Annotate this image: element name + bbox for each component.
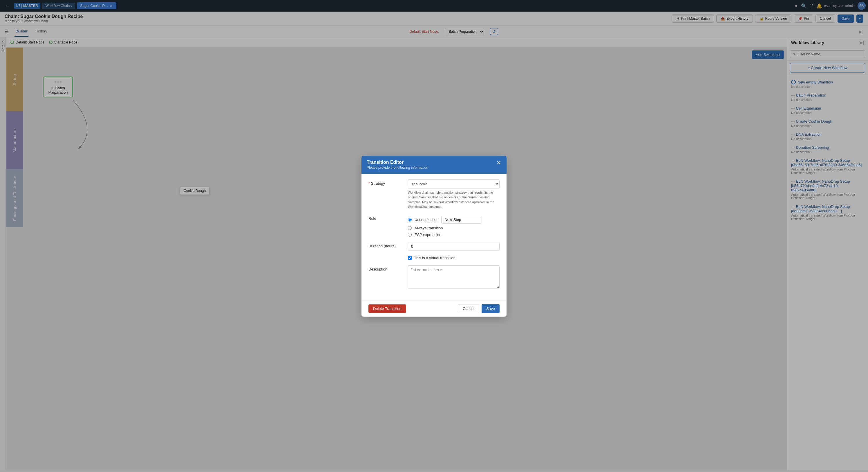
delete-transition-button[interactable]: Delete Transition: [368, 304, 406, 313]
strategy-row: * Strategy resubmit Workflow chain sampl…: [368, 179, 500, 209]
strategy-field: resubmit Workflow chain sample transitio…: [408, 179, 500, 209]
modal-title: Transition Editor: [367, 160, 428, 165]
modal-footer: Delete Transition Cancel Save: [362, 300, 506, 316]
description-row: Description: [368, 265, 500, 289]
rule-always-transition-label: Always transition: [414, 226, 443, 230]
rule-always-transition-row: Always transition: [408, 226, 500, 230]
rule-label: Rule: [368, 214, 403, 221]
modal-cancel-button[interactable]: Cancel: [458, 304, 479, 313]
rule-user-selection-row: User selection: [408, 216, 500, 224]
modal-footer-right: Cancel Save: [458, 304, 500, 313]
rule-esp-expression-label: ESP expression: [414, 233, 441, 237]
rule-user-selection-label: User selection: [414, 217, 438, 222]
modal-save-button[interactable]: Save: [482, 304, 500, 313]
virtual-transition-row: This is a virtual transition: [408, 256, 500, 260]
strategy-label: * Strategy: [368, 179, 403, 186]
strategy-select[interactable]: resubmit: [408, 179, 500, 189]
description-textarea[interactable]: [408, 265, 500, 289]
rule-esp-expression-row: ESP expression: [408, 233, 500, 237]
rule-always-transition-radio[interactable]: [408, 226, 412, 230]
modal-subtitle: Please provide the following information: [367, 166, 428, 170]
strategy-description: Workflow chain sample transition strateg…: [408, 190, 500, 209]
duration-label: Duration (hours): [368, 242, 403, 248]
rule-field: User selection Always transition ESP exp…: [408, 214, 500, 237]
modal-overlay[interactable]: Transition Editor Please provide the fol…: [0, 0, 868, 472]
virtual-transition-checkbox[interactable]: [408, 256, 412, 260]
duration-field: [408, 242, 500, 250]
description-field: [408, 265, 500, 289]
modal-body: * Strategy resubmit Workflow chain sampl…: [362, 174, 506, 300]
rule-esp-expression-radio[interactable]: [408, 233, 412, 237]
rule-row: Rule User selection Always transition: [368, 214, 500, 237]
modal-header: Transition Editor Please provide the fol…: [362, 156, 506, 174]
description-label: Description: [368, 265, 403, 271]
rule-user-selection-radio[interactable]: [408, 218, 412, 222]
duration-row: Duration (hours): [368, 242, 500, 250]
duration-input[interactable]: [408, 242, 500, 250]
transition-editor-modal: Transition Editor Please provide the fol…: [362, 156, 506, 316]
rule-radio-group: User selection Always transition ESP exp…: [408, 214, 500, 237]
virtual-transition-label: This is a virtual transition: [414, 256, 456, 260]
rule-input-next-step[interactable]: [441, 216, 482, 224]
modal-close-button[interactable]: ✕: [496, 160, 501, 166]
